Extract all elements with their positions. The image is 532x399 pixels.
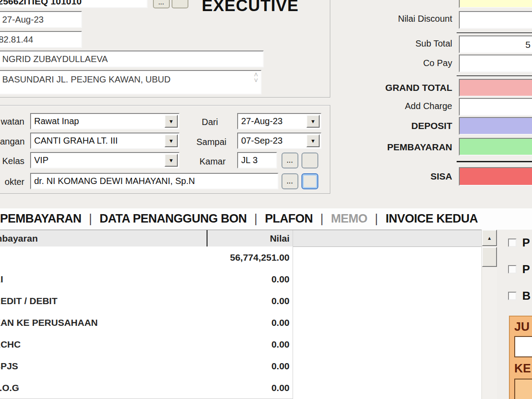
- cash-panel: JU KE: [509, 316, 532, 399]
- grid-header-payment: mbayaran: [0, 233, 38, 244]
- co-pay-label: Co Pay: [368, 58, 452, 68]
- deposit-field: [459, 117, 532, 135]
- row-value: 56,774,251.00: [208, 252, 289, 263]
- chevron-down-icon: ▼: [310, 118, 316, 125]
- kamar-label: Kamar: [200, 156, 226, 167]
- dokter-value: dr. NI KOMANG DEWI MAHAYANI, Sp.N: [34, 176, 195, 186]
- sub-total-label: Sub Total: [368, 39, 452, 49]
- kelas-dropdown-button[interactable]: ▼: [164, 154, 178, 167]
- perawatan-combo[interactable]: Rawat Inap ▼: [30, 113, 180, 129]
- option-checkbox-2[interactable]: [508, 265, 516, 274]
- row-label: ACHC: [0, 339, 21, 350]
- add-charge-field[interactable]: [459, 98, 532, 116]
- co-pay-field[interactable]: [459, 55, 532, 72]
- totals-divider-2: [457, 75, 532, 77]
- ruangan-combo[interactable]: CANTI GRAHA LT. III ▼: [30, 133, 180, 149]
- pembayaran-total-field: [459, 138, 532, 156]
- sampai-label: Sampai: [196, 137, 227, 147]
- payment-grid: mbayaran Nilai 56,774,251.00 AI 0.00 RED…: [0, 230, 481, 399]
- row-value: 0.00: [208, 274, 289, 285]
- ellipsis-icon: ...: [287, 157, 293, 164]
- option-checkbox-1[interactable]: [508, 239, 516, 247]
- dari-value: 27-Aug-23: [241, 116, 282, 126]
- table-row[interactable]: L.O.G 0.00: [0, 377, 293, 399]
- table-row[interactable]: BPJS 0.00: [0, 355, 293, 377]
- tab-separator: |: [321, 212, 324, 226]
- row-value: 0.00: [208, 317, 289, 328]
- grid-header-row: mbayaran Nilai: [0, 230, 481, 247]
- tab-plafon[interactable]: PLAFON: [265, 212, 313, 226]
- grand-total-field: [459, 79, 532, 97]
- dari-dropdown-button[interactable]: ▼: [306, 115, 320, 128]
- tab-strip: PEMBAYARAN | DATA PENANGGUNG BON | PLAFO…: [0, 208, 532, 230]
- row-label: KAN KE PERUSAHAAN: [0, 317, 98, 328]
- grand-total-label: GRAND TOTAL: [350, 82, 452, 93]
- option-label-2: P: [522, 262, 532, 276]
- sampai-dropdown-button[interactable]: ▼: [306, 134, 320, 147]
- kelas-combo[interactable]: VIP ▼: [30, 152, 180, 168]
- jumlah-input[interactable]: [514, 336, 532, 357]
- row-value: 0.00: [208, 383, 289, 393]
- dokter-field[interactable]: dr. NI KOMANG DEWI MAHAYANI, Sp.N: [30, 173, 278, 189]
- add-charge-label: Add Charge: [368, 101, 452, 111]
- tab-separator: |: [375, 212, 378, 226]
- ruangan-dropdown-button[interactable]: ▼: [164, 134, 178, 147]
- kembali-label: KE: [514, 362, 531, 376]
- kamar-value: JL 3: [241, 155, 258, 165]
- tab-separator: |: [254, 212, 258, 226]
- dokter-extra-button-focused[interactable]: [301, 173, 318, 189]
- totals-divider-3: [457, 161, 532, 162]
- perawatan-label: watan: [0, 117, 24, 127]
- option-checkbox-3[interactable]: [508, 292, 516, 300]
- discount-top-field[interactable]: [459, 0, 532, 8]
- kamar-field[interactable]: JL 3: [237, 152, 277, 168]
- billing-window: 25662ITIEQ 101010 ... EXECUTIVE 27-Aug-2…: [0, 0, 532, 399]
- jumlah-label: JU: [514, 320, 530, 334]
- pembayaran-total-label: PEMBAYARAN: [341, 142, 452, 153]
- table-row[interactable]: 56,774,251.00: [0, 246, 293, 269]
- chevron-down-icon: ▼: [310, 138, 316, 144]
- table-row[interactable]: AI 0.00: [0, 268, 293, 290]
- sampai-combo[interactable]: 07-Sep-23 ▼: [237, 133, 321, 149]
- tab-data-penanggung-bon[interactable]: DATA PENANGGUNG BON: [100, 212, 247, 226]
- row-value: 0.00: [208, 361, 289, 372]
- grid-header-divider: [207, 230, 207, 246]
- scroll-up-icon: ▲: [487, 235, 492, 241]
- sub-total-value: 5: [525, 39, 531, 50]
- dokter-browse-button[interactable]: ...: [282, 173, 298, 189]
- table-row[interactable]: KAN KE PERUSAHAAN 0.00: [0, 312, 293, 334]
- dokter-label: okter: [0, 177, 24, 187]
- kelas-value: VIP: [34, 155, 48, 165]
- scroll-thumb[interactable]: [482, 247, 497, 267]
- grid-scrollbar[interactable]: ▲: [481, 230, 497, 399]
- ruangan-value: CANTI GRAHA LT. III: [34, 136, 118, 146]
- scroll-up-button[interactable]: ▲: [482, 230, 497, 246]
- tab-memo[interactable]: MEMO: [331, 212, 368, 226]
- dari-combo[interactable]: 27-Aug-23 ▼: [237, 113, 321, 129]
- tab-pembayaran[interactable]: PEMBAYARAN: [0, 212, 82, 226]
- sub-total-field[interactable]: 5: [459, 35, 532, 53]
- tab-row: PEMBAYARAN | DATA PENANGGUNG BON | PLAFO…: [0, 212, 478, 226]
- perawatan-dropdown-button[interactable]: ▼: [164, 115, 178, 128]
- row-value: 0.00: [208, 296, 289, 306]
- sisa-label: SISA: [350, 171, 452, 182]
- tab-separator: |: [89, 212, 92, 226]
- grid-header-nilai: Nilai: [213, 233, 289, 244]
- kamar-extra-button[interactable]: [301, 153, 318, 168]
- nilai-discount-field[interactable]: [459, 11, 532, 29]
- kembali-input[interactable]: [514, 379, 532, 399]
- perawatan-value: Rawat Inap: [34, 116, 79, 126]
- table-row[interactable]: REDIT / DEBIT 0.00: [0, 290, 293, 312]
- totals-divider-1: [457, 32, 532, 34]
- row-label: AI: [0, 274, 3, 285]
- dari-label: Dari: [202, 117, 218, 127]
- tab-invoice-kedua[interactable]: INVOICE KEDUA: [386, 212, 478, 226]
- option-label-3: B: [522, 289, 532, 303]
- grid-col-line-2: [293, 230, 293, 399]
- row-label: BPJS: [0, 361, 18, 372]
- sisa-field: [459, 167, 532, 186]
- table-row[interactable]: ACHC 0.00: [0, 333, 293, 356]
- chevron-down-icon: ▼: [168, 138, 174, 144]
- row-label: REDIT / DEBIT: [0, 296, 58, 306]
- kamar-browse-button[interactable]: ...: [282, 153, 298, 168]
